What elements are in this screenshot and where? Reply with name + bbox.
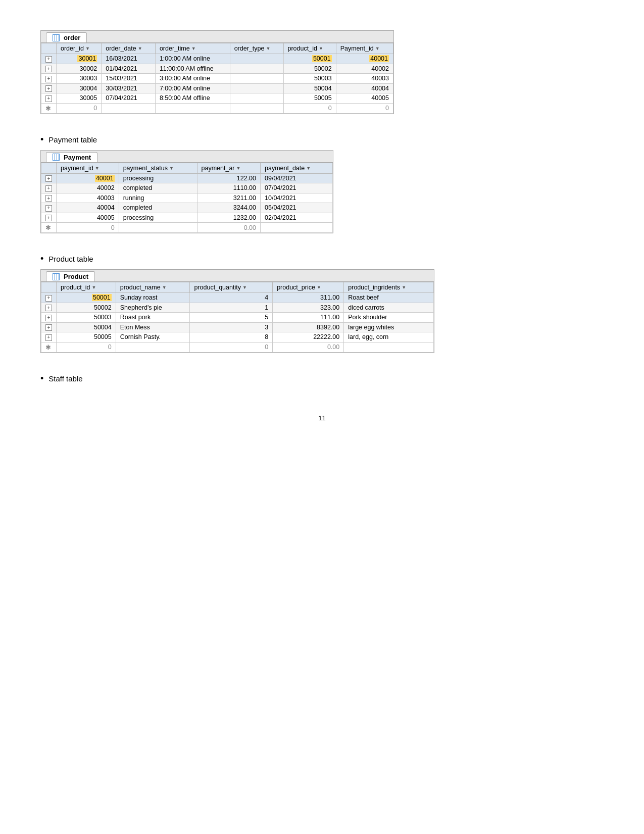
- order-row-payment: 40002: [336, 64, 393, 74]
- sort-icon-pay-status[interactable]: ▼: [169, 166, 174, 171]
- order-row-date: 15/03/2021: [102, 74, 156, 84]
- product-row-qty: 1: [190, 303, 273, 313]
- expand-button[interactable]: +: [45, 305, 52, 311]
- sort-icon-pay-date[interactable]: ▼: [306, 166, 311, 171]
- sort-icon-order-date[interactable]: ▼: [138, 46, 142, 51]
- order-row-expand[interactable]: +: [41, 93, 57, 104]
- payment-row-expand[interactable]: +: [41, 213, 57, 223]
- payment-asterisk-id: 0: [57, 223, 119, 233]
- product-th-qty[interactable]: product_quantity▼: [190, 282, 273, 293]
- payment-row-date: 07/04/2021: [261, 183, 333, 193]
- order-row-id: 30004: [57, 83, 102, 93]
- product-th-ingridents[interactable]: product_ingridents▼: [344, 282, 434, 293]
- product-asterisk-expand: ✱: [41, 342, 57, 352]
- product-row-expand[interactable]: +: [41, 332, 57, 342]
- payment-row-id: 40003: [57, 193, 119, 203]
- product-asterisk-name: [116, 342, 190, 352]
- expand-button[interactable]: +: [45, 76, 52, 82]
- product-header-row: product_id▼ product_name▼ product_quanti…: [41, 282, 434, 293]
- product-th-id[interactable]: product_id▼: [57, 282, 116, 293]
- order-row-time: 7:00:00 AM online: [155, 83, 230, 93]
- expand-button[interactable]: +: [45, 215, 52, 221]
- order-row-time: 11:00:00 AM offline: [155, 64, 230, 74]
- payment-section: Payment table Payment payment_id▼ paymen…: [40, 134, 604, 238]
- expand-button[interactable]: +: [45, 195, 52, 202]
- product-th-name[interactable]: product_name▼: [116, 282, 190, 293]
- product-asterisk-row: ✱ 0 0 0.00: [41, 342, 434, 352]
- sort-icon-product-id[interactable]: ▼: [319, 46, 323, 51]
- product-row: + 50001 Sunday roast 4 311.00 Roast beef: [41, 293, 434, 303]
- sort-icon-order-time[interactable]: ▼: [191, 46, 196, 51]
- order-row-time: 8:50:00 AM offline: [155, 93, 230, 104]
- order-asterisk-type: [230, 103, 283, 113]
- payment-row-expand[interactable]: +: [41, 203, 57, 213]
- expand-button[interactable]: +: [45, 56, 52, 63]
- order-row-expand[interactable]: +: [41, 74, 57, 84]
- expand-button[interactable]: +: [45, 315, 52, 321]
- product-row-expand[interactable]: +: [41, 303, 57, 313]
- payment-th-date[interactable]: payment_date▼: [261, 163, 333, 173]
- expand-button[interactable]: +: [45, 85, 52, 92]
- sort-icon-pay-ar[interactable]: ▼: [236, 166, 241, 171]
- product-label: Product table: [40, 254, 604, 264]
- expand-button[interactable]: +: [45, 175, 52, 182]
- expand-button[interactable]: +: [45, 295, 52, 302]
- product-th-price[interactable]: product_price▼: [273, 282, 344, 293]
- product-row-price: 311.00: [273, 293, 344, 303]
- page-number-text: 11: [318, 414, 325, 422]
- payment-th-ar[interactable]: payment_ar▼: [197, 163, 260, 173]
- product-row-name: Cornish Pasty.: [116, 332, 190, 342]
- order-row-expand[interactable]: +: [41, 83, 57, 93]
- order-th-id[interactable]: order_id▼: [57, 43, 102, 54]
- order-th-date[interactable]: order_date▼: [102, 43, 156, 54]
- expand-button[interactable]: +: [45, 324, 52, 331]
- sort-icon-prod-price[interactable]: ▼: [317, 285, 321, 290]
- expand-button[interactable]: +: [45, 334, 52, 341]
- payment-th-id[interactable]: payment_id▼: [57, 163, 119, 173]
- product-row-expand[interactable]: +: [41, 322, 57, 332]
- payment-row-date: 02/04/2021: [261, 213, 333, 223]
- order-section: order order_id▼ order_date▼ order_time▼ …: [40, 30, 604, 118]
- payment-asterisk-status: [119, 223, 197, 233]
- expand-button[interactable]: +: [45, 205, 52, 212]
- payment-row-expand[interactable]: +: [41, 173, 57, 183]
- product-row-expand[interactable]: +: [41, 293, 57, 303]
- order-th-product[interactable]: product_id▼: [283, 43, 336, 54]
- product-asterisk-ingridents: [344, 342, 434, 352]
- sort-icon-payment-id[interactable]: ▼: [375, 46, 380, 51]
- page-number: 11: [40, 414, 604, 422]
- order-asterisk-payment: 0: [336, 103, 393, 113]
- payment-th-status[interactable]: payment_status▼: [119, 163, 197, 173]
- sort-icon-prod-id[interactable]: ▼: [91, 285, 96, 290]
- expand-button[interactable]: +: [45, 66, 52, 72]
- sort-icon-prod-ingr[interactable]: ▼: [402, 285, 406, 290]
- sort-icon-order-id[interactable]: ▼: [85, 46, 90, 51]
- product-row-ingridents: large egg whites: [344, 322, 434, 332]
- order-th-type[interactable]: order_type▼: [230, 43, 283, 54]
- payment-grid-icon: [53, 154, 60, 161]
- payment-row-date: 05/04/2021: [261, 203, 333, 213]
- product-row-id: 50004: [57, 322, 116, 332]
- sort-icon-prod-name[interactable]: ▼: [162, 285, 167, 290]
- expand-button[interactable]: +: [45, 95, 52, 102]
- sort-icon-order-type[interactable]: ▼: [266, 46, 270, 51]
- order-th-time[interactable]: order_time▼: [155, 43, 230, 54]
- product-row: + 50004 Eton Mess 3 8392.00 large egg wh…: [41, 322, 434, 332]
- payment-row-expand[interactable]: +: [41, 193, 57, 203]
- expand-button[interactable]: +: [45, 185, 52, 192]
- product-row-qty: 8: [190, 332, 273, 342]
- order-row-id: 30003: [57, 74, 102, 84]
- payment-row: + 40001 processing 122.00 09/04/2021: [41, 173, 333, 183]
- sort-icon-pay-id[interactable]: ▼: [95, 166, 100, 171]
- order-th-payment[interactable]: Payment_id▼: [336, 43, 393, 54]
- order-tab-text: order: [64, 34, 80, 41]
- payment-row-expand[interactable]: +: [41, 183, 57, 193]
- payment-row-date: 09/04/2021: [261, 173, 333, 183]
- product-row-expand[interactable]: +: [41, 313, 57, 323]
- order-row-payment: 40001: [336, 54, 393, 64]
- order-asterisk-id: 0: [57, 103, 102, 113]
- sort-icon-prod-qty[interactable]: ▼: [242, 285, 247, 290]
- order-row-expand[interactable]: +: [41, 64, 57, 74]
- order-row-type: [230, 93, 283, 104]
- order-row-expand[interactable]: +: [41, 54, 57, 64]
